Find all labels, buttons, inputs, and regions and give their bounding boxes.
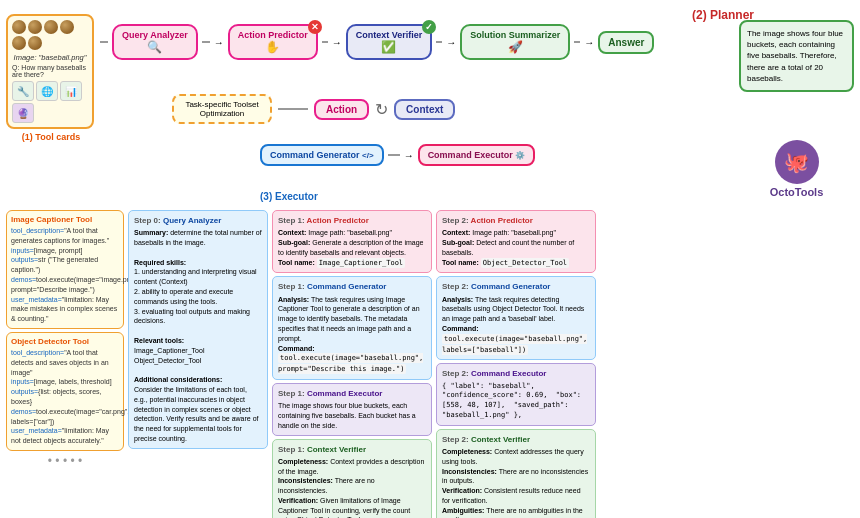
node-query-analyzer[interactable]: Query Analyzer 🔍	[112, 24, 198, 60]
image-captioner-card: Image Captioner Tool tool_description="A…	[6, 210, 124, 329]
answer-box-top: Answer	[598, 31, 654, 54]
tool-cards-column: Image Captioner Tool tool_description="A…	[6, 210, 124, 510]
node-context-small[interactable]: Context	[394, 99, 455, 120]
s2cv-inconsistencies: Inconsistencies: There are no inconsiste…	[442, 467, 590, 487]
input-box: Image: "baseball.png" Q: How many baseba…	[6, 14, 94, 129]
tool-icon-1: 🔧	[12, 81, 34, 101]
arrow-3	[436, 41, 442, 43]
step2-command-executor: Step 2: Command Executor { "label": "bas…	[436, 363, 596, 425]
top-diagram-section: Image: "baseball.png" Q: How many baseba…	[6, 6, 854, 206]
arrow-1	[202, 41, 210, 43]
cmd-exec-label: Command Executor	[428, 150, 513, 160]
task-box-text: Task-specific Toolset Optimization	[185, 100, 258, 118]
node-solution-summarizer[interactable]: Solution Summarizer 🚀	[460, 24, 570, 60]
octo-head: 🐙	[775, 140, 819, 184]
octotools-box: 🐙 OctoTools	[739, 140, 854, 198]
octotools-label: OctoTools	[770, 186, 824, 198]
baseball-images	[12, 20, 88, 50]
ic-field-4: demos=tool.execute(image="image.png", pr…	[11, 275, 119, 295]
step1-command-executor: Step 1: Command Executor The image shows…	[272, 383, 432, 436]
step0-column: Step 0: Query Analyzer Summary: determin…	[128, 210, 268, 510]
label-tool-cards: (1) Tool cards	[6, 132, 96, 142]
tool-icon-4: 🔮	[12, 103, 34, 123]
node-action-small[interactable]: Action	[314, 99, 369, 120]
step0-title: Step 0: Query Analyzer	[134, 215, 262, 226]
step2-action-predictor: Step 2: Action Predictor Context: Image …	[436, 210, 596, 273]
s1cv-inconsistencies: Inconsistencies: There are no inconsiste…	[278, 476, 426, 496]
answer-text-box: The image shows four blue buckets, each …	[739, 20, 854, 92]
arrow-4	[574, 41, 580, 43]
step0-tool-1: Image_Captioner_Tool	[134, 346, 262, 356]
arrow-5	[278, 108, 308, 110]
step0-skills-label: Required skills:	[134, 258, 262, 268]
s1cg-title: Step 1: Command Generator	[278, 281, 426, 292]
s2ap-toolname: Tool name: Object_Detector_Tool	[442, 258, 590, 269]
bottom-row: Command Generator </> → Command Executor…	[260, 144, 535, 166]
step1-column: Step 1: Action Predictor Context: Image …	[272, 210, 432, 510]
dots: • • • • •	[6, 454, 124, 468]
action-predictor-label: Action Predictor	[238, 30, 308, 40]
od-field-2: inputs=[image, labels, threshold]	[11, 377, 119, 387]
s2cv-completeness: Completeness: Context addresses the quer…	[442, 447, 590, 467]
arrow-2	[322, 41, 328, 43]
step1-command-generator: Step 1: Command Generator Analysis: The …	[272, 276, 432, 380]
step0-tools-label: Relevant tools:	[134, 336, 262, 346]
s2ap-context: Context: Image path: "baseball.png"	[442, 228, 590, 238]
od-field-3: outputs={list: objects, scores, boxes}	[11, 387, 119, 407]
query-analyzer-label: Query Analyzer	[122, 30, 188, 40]
ic-field-5: user_metadata="limitation: May make mist…	[11, 295, 119, 324]
s2ce-result: { "label": "baseball", "confidence_score…	[442, 382, 590, 421]
step0-skill-2: 2. ability to operate and execute comman…	[134, 287, 262, 307]
s1cv-verification: Verification: Given limitations of Image…	[278, 496, 426, 518]
s2cg-analysis: Analysis: The task requires detecting ba…	[442, 295, 590, 324]
s1cg-analysis: Analysis: The task requires using Image …	[278, 295, 426, 344]
main-container: Image: "baseball.png" Q: How many baseba…	[0, 0, 860, 518]
s1ap-subgoal: Sub-goal: Generate a description of the …	[278, 238, 426, 258]
answer-full-text: The image shows four blue buckets, each …	[747, 28, 846, 84]
node-context-verifier[interactable]: Context Verifier ✅ ✓	[346, 24, 433, 60]
middle-row: Task-specific Toolset Optimization Actio…	[172, 94, 455, 124]
s1cv-title: Step 1: Context Verifier	[278, 444, 426, 455]
node-command-generator[interactable]: Command Generator </>	[260, 144, 384, 166]
context-verifier-label: Context Verifier	[356, 30, 423, 40]
s1cg-command: Command: tool.execute(image="baseball.pn…	[278, 344, 426, 375]
image-captioner-title: Image Captioner Tool	[11, 215, 119, 224]
s2ce-title: Step 2: Command Executor	[442, 368, 590, 379]
s2cg-title: Step 2: Command Generator	[442, 281, 590, 292]
task-box: Task-specific Toolset Optimization	[172, 94, 272, 124]
s2ap-subgoal: Sub-goal: Detect and count the number of…	[442, 238, 590, 258]
arrow-in	[100, 41, 108, 43]
answer-label: Answer	[608, 37, 644, 48]
status-check: ✓	[422, 20, 436, 34]
s1ap-toolname: Tool name: Image_Captioner_Tool	[278, 258, 426, 269]
object-detector-title: Object Detector Tool	[11, 337, 119, 346]
step2-context-verifier: Step 2: Context Verifier Completeness: C…	[436, 429, 596, 518]
context-label: Context	[406, 104, 443, 115]
step0-section: Step 0: Query Analyzer Summary: determin…	[128, 210, 268, 449]
object-detector-card: Object Detector Tool tool_description="A…	[6, 332, 124, 451]
s1ap-title: Step 1: Action Predictor	[278, 215, 426, 226]
solution-summarizer-label: Solution Summarizer	[470, 30, 560, 40]
ic-field-2: inputs=[image, prompt]	[11, 246, 119, 256]
step2-column: Step 2: Action Predictor Context: Image …	[436, 210, 596, 510]
s2cv-title: Step 2: Context Verifier	[442, 434, 590, 445]
label-executor: (3) Executor	[260, 191, 318, 202]
s1ce-title: Step 1: Command Executor	[278, 388, 426, 399]
action-label: Action	[326, 104, 357, 115]
od-field-4: demos=tool.execute(image="car.png", labe…	[11, 407, 119, 427]
step0-considerations-label: Additional considerations:	[134, 375, 262, 385]
step1-action-predictor: Step 1: Action Predictor Context: Image …	[272, 210, 432, 273]
step0-skill-1: 1. understanding and interpreting visual…	[134, 267, 262, 287]
image-label: Image: "baseball.png"	[12, 53, 88, 62]
s2cv-verification: Verification: Consistent results reduce …	[442, 486, 590, 506]
cmd-gen-label: Command Generator	[270, 150, 360, 160]
s1ce-result: The image shows four blue buckets, each …	[278, 401, 426, 430]
step0-skill-3: 3. evaluating tool outputs and making de…	[134, 307, 262, 327]
node-action-predictor[interactable]: Action Predictor ✋ ✕	[228, 24, 318, 60]
flow-diagram: (2) Planner Query Analyzer 🔍 → Action Pr…	[100, 6, 854, 206]
step2-command-generator: Step 2: Command Generator Analysis: The …	[436, 276, 596, 360]
status-x: ✕	[308, 20, 322, 34]
tool-icon-2: 🌐	[36, 81, 58, 101]
bottom-cards: Image Captioner Tool tool_description="A…	[6, 210, 854, 510]
node-command-executor[interactable]: Command Executor ⚙️	[418, 144, 536, 166]
